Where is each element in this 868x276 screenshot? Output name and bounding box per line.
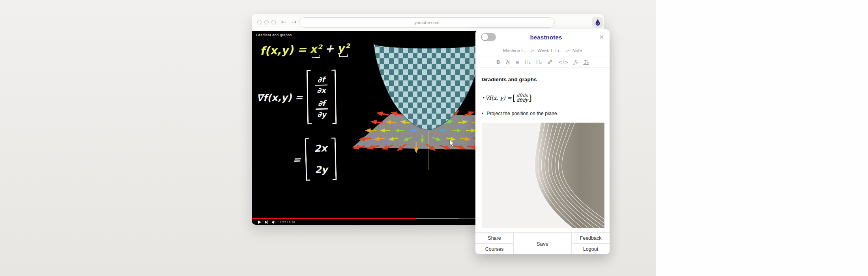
- play-button[interactable]: [258, 220, 261, 224]
- breadcrumb-separator: >: [531, 48, 534, 53]
- breadcrumb-week[interactable]: Week 1: Li...: [537, 48, 563, 53]
- logout-button[interactable]: Logout: [571, 244, 610, 254]
- clear-math-icon[interactable]: Tₓ: [583, 59, 589, 65]
- beastnotes-panel: beastnotes × Machine L... > Week 1: Li..…: [475, 29, 610, 254]
- video-timestamp: 2:57 / 6:10: [280, 220, 295, 224]
- math-function-icon[interactable]: ƒₓ: [574, 59, 578, 65]
- close-icon[interactable]: ×: [596, 34, 604, 41]
- forward-icon[interactable]: →: [291, 18, 296, 26]
- save-button[interactable]: Save: [514, 233, 571, 254]
- breadcrumb-separator: >: [566, 48, 569, 53]
- highlight-icon[interactable]: A: [505, 59, 510, 65]
- address-bar-url: youtube.com: [415, 20, 440, 25]
- next-button[interactable]: [265, 220, 268, 224]
- bullet-list-icon[interactable]: ≡: [515, 59, 519, 65]
- panel-header: beastnotes ×: [475, 29, 610, 45]
- zoom-window-button[interactable]: [271, 20, 276, 24]
- panel-footer: Share Courses Save Feedback Logout: [475, 232, 610, 254]
- panel-title: beastnotes: [496, 34, 596, 41]
- formula-vector: df/dx df/dy: [516, 93, 528, 103]
- heading1-icon[interactable]: H₁: [525, 59, 530, 65]
- editor-toolbar: B A ≡ H₁ H₂ </> ƒₓ Tₓ: [475, 56, 610, 68]
- code-icon[interactable]: </>: [558, 59, 568, 65]
- note-heading: Gradients and graphs: [482, 76, 603, 82]
- formula-lhs: ∇f(x, y) =: [485, 95, 512, 101]
- minimize-window-button[interactable]: [264, 20, 269, 24]
- note-formula-bullet: • ∇f(x, y) = [ df/dx df/dy ]: [482, 89, 603, 107]
- beastnotes-drop-icon: [594, 19, 602, 26]
- browser-toolbar: ← → youtube.com: [252, 14, 604, 31]
- extension-toggle[interactable]: [481, 33, 496, 41]
- beastnotes-extension-button[interactable]: [592, 17, 603, 28]
- note-image: [482, 123, 604, 228]
- feedback-button[interactable]: Feedback: [571, 233, 610, 244]
- back-icon[interactable]: ←: [281, 18, 286, 26]
- breadcrumb-note[interactable]: Note: [572, 48, 582, 53]
- note-editor[interactable]: Gradients and graphs • ∇f(x, y) = [ df/d…: [475, 68, 610, 228]
- volume-button[interactable]: [272, 220, 276, 224]
- breadcrumb: Machine L... > Week 1: Li... > Note: [475, 45, 610, 56]
- heading2-icon[interactable]: H₂: [536, 59, 542, 65]
- window-controls: [257, 20, 276, 24]
- desktop-white-area: [656, 0, 868, 276]
- link-icon[interactable]: [547, 59, 553, 65]
- courses-button[interactable]: Courses: [475, 244, 514, 254]
- toggle-knob: [482, 34, 488, 40]
- note-text-bullet: • Project the position on the plane.: [482, 110, 603, 117]
- breadcrumb-course[interactable]: Machine L...: [503, 48, 528, 53]
- close-window-button[interactable]: [257, 20, 262, 24]
- share-button[interactable]: Share: [475, 233, 514, 244]
- progress-played: [252, 218, 416, 219]
- address-bar[interactable]: youtube.com: [299, 17, 555, 28]
- bold-icon[interactable]: B: [496, 59, 500, 65]
